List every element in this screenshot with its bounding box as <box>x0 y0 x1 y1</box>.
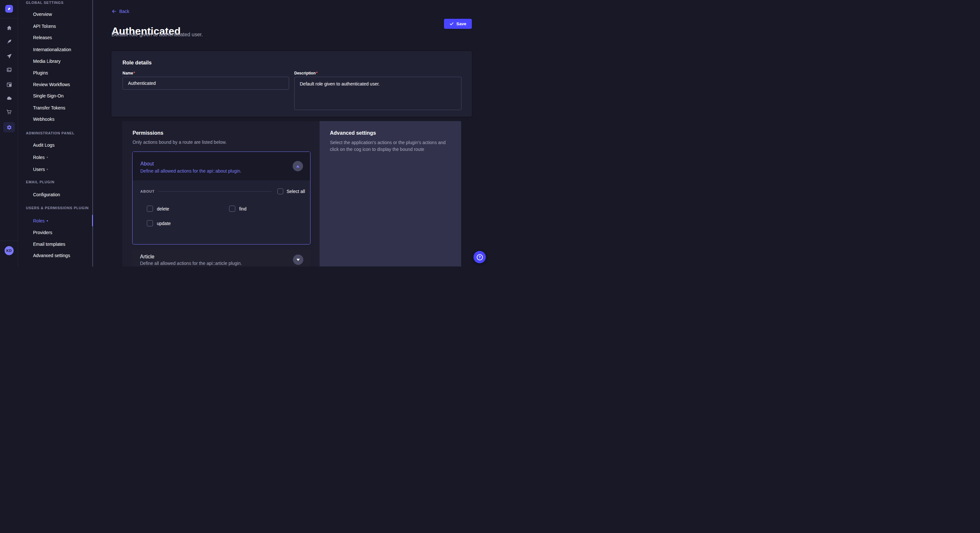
accordion-about-title: About <box>140 161 154 167</box>
about-group-row: ABOUT Select all <box>140 188 305 195</box>
chevron-down-icon <box>296 259 300 261</box>
check-icon <box>450 22 454 26</box>
select-all-label: Select all <box>286 189 305 194</box>
sidebar-item-review-workflows[interactable]: Review Workflows <box>18 81 92 88</box>
sidebar-item-single-sign-on[interactable]: Single Sign-On <box>18 93 92 99</box>
back-link[interactable]: Back <box>111 9 129 14</box>
delete-checkbox[interactable] <box>147 206 153 212</box>
rail-media-button[interactable] <box>4 65 14 75</box>
update-label: update <box>157 221 171 226</box>
description-label-text: Description <box>294 71 316 75</box>
delete-label: delete <box>157 206 169 211</box>
media-images-icon <box>6 67 12 73</box>
sidebar-item-plugins[interactable]: Plugins <box>18 70 92 76</box>
action-update: update <box>143 220 171 226</box>
required-asterisk: * <box>316 71 318 75</box>
advanced-settings-description: Select the application's actions or the … <box>330 139 450 153</box>
name-label-text: Name <box>123 71 133 75</box>
sidebar-item-configuration[interactable]: Configuration <box>18 191 92 198</box>
sidebar-item-audit-logs[interactable]: Audit Logs <box>18 142 92 148</box>
sidebar-item-media-library[interactable]: Media Library <box>18 58 92 65</box>
permissions-panel: Permissions Only actions bound by a rout… <box>122 121 320 266</box>
subnav-scrollbar-track <box>92 0 93 266</box>
rail-marketplace-button[interactable] <box>4 107 14 117</box>
group-divider-line <box>159 191 272 192</box>
sidebar-item-overview[interactable]: Overview <box>18 11 92 17</box>
layout-icon <box>6 82 12 87</box>
sidebar-item-providers[interactable]: Providers <box>18 229 92 236</box>
save-button[interactable]: Save <box>444 19 472 29</box>
home-icon <box>6 25 12 31</box>
feather-icon <box>6 39 12 44</box>
sidebar-item-api-tokens[interactable]: API Tokens <box>18 23 92 30</box>
subnav-heading-global: GLOBAL SETTINGS <box>26 0 64 5</box>
rail-content-button[interactable] <box>4 36 14 47</box>
arrow-left-icon <box>111 9 117 14</box>
advanced-settings-title: Advanced settings <box>330 130 376 136</box>
settings-gear-icon <box>6 125 12 130</box>
rail-divider-bottom <box>0 241 18 241</box>
accordion-article[interactable]: Article Define all allowed actions for t… <box>132 249 310 266</box>
sidebar-item-transfer-tokens[interactable]: Transfer Tokens <box>18 105 92 111</box>
page-subtitle: Default role given to authenticated user… <box>111 32 203 38</box>
sidebar-item-up-roles[interactable]: Roles <box>18 217 92 224</box>
icon-rail: KD <box>0 0 18 266</box>
accordion-about: About Define all allowed actions for the… <box>132 152 310 244</box>
description-label: Description* <box>294 71 318 75</box>
role-details-title: Role details <box>123 60 152 66</box>
user-avatar[interactable]: KD <box>5 246 14 255</box>
action-delete: delete <box>143 206 169 212</box>
rail-divider-top <box>0 18 18 19</box>
accordion-article-description: Define all allowed actions for the api::… <box>140 261 242 266</box>
name-input[interactable] <box>123 77 289 90</box>
back-label: Back <box>119 9 129 14</box>
description-textarea[interactable]: Default role given to authenticated user… <box>294 77 461 110</box>
find-checkbox[interactable] <box>229 206 235 212</box>
cart-icon <box>6 109 12 115</box>
permissions-subtitle: Only actions bound by a route are listed… <box>132 139 226 145</box>
save-label: Save <box>456 21 466 26</box>
sidebar-item-email-templates[interactable]: Email templates <box>18 241 92 247</box>
rail-layout-button[interactable] <box>4 79 14 90</box>
subnav-heading-email-plugin: EMAIL PLUGIN <box>26 180 54 184</box>
rail-home-button[interactable] <box>4 23 14 33</box>
accordion-article-expand-button[interactable] <box>293 254 303 265</box>
update-checkbox[interactable] <box>147 220 153 226</box>
sidebar-item-users[interactable]: Users <box>18 166 92 173</box>
sidebar-item-releases[interactable]: Releases <box>18 34 92 41</box>
sidebar-item-admin-roles[interactable]: Roles <box>18 154 92 160</box>
rail-settings-button[interactable] <box>3 122 15 132</box>
name-label: Name* <box>123 71 135 75</box>
accordion-about-collapse-button[interactable] <box>293 161 303 171</box>
rail-deploy-button[interactable] <box>4 51 14 61</box>
accordion-about-description: Define all allowed actions for the api::… <box>140 168 242 174</box>
required-asterisk: * <box>134 71 135 75</box>
subnav-heading-administration: ADMINISTRATION PANEL <box>26 131 75 135</box>
cloud-icon <box>6 95 12 101</box>
question-mark-icon: ? <box>477 254 483 260</box>
select-all-checkbox[interactable] <box>277 189 283 194</box>
rail-cloud-button[interactable] <box>4 93 14 103</box>
subnav-scrollbar-thumb[interactable] <box>92 215 93 226</box>
accordion-article-title: Article <box>140 254 154 260</box>
strapi-logo[interactable] <box>5 5 13 13</box>
sidebar-item-internationalization[interactable]: Internationalization <box>18 46 92 53</box>
strapi-logo-icon <box>6 6 12 11</box>
strapi-settings-roles-page: KD GLOBAL SETTINGS Overview API Tokens R… <box>0 0 490 266</box>
role-details-card: Role details Name* Description* Default … <box>111 51 472 117</box>
subnav-heading-users-permissions: USERS & PERMISSIONS PLUGIN <box>26 206 89 210</box>
permissions-title: Permissions <box>132 130 163 136</box>
advanced-settings-panel: Advanced settings Select the application… <box>320 121 461 266</box>
help-button[interactable]: ? <box>474 251 486 263</box>
find-label: find <box>239 206 247 211</box>
sidebar-item-advanced-settings[interactable]: Advanced settings <box>18 252 92 259</box>
about-group-label: ABOUT <box>140 189 154 194</box>
send-icon <box>6 54 12 59</box>
settings-subnav: GLOBAL SETTINGS Overview API Tokens Rele… <box>18 0 93 266</box>
chevron-up-icon <box>296 165 299 167</box>
action-find: find <box>225 206 247 212</box>
accordion-about-header[interactable] <box>132 152 310 180</box>
sidebar-item-webhooks[interactable]: Webhooks <box>18 116 92 122</box>
